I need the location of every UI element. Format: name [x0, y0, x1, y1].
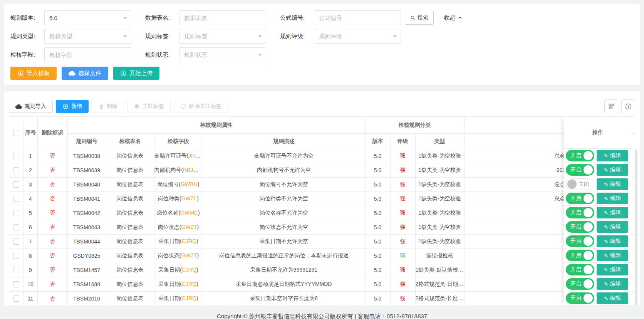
row-checkbox[interactable] [13, 167, 19, 173]
chevron-down-icon [123, 35, 127, 39]
rule-rating-select[interactable]: 规则评级 [314, 29, 401, 44]
edit-button[interactable]: ✎ 编辑 [597, 235, 628, 247]
add-button[interactable]: 新增 [56, 100, 89, 113]
row-checkbox[interactable] [13, 267, 19, 273]
row-checkbox-cell [9, 263, 23, 277]
row-checkbox-cell [9, 192, 23, 206]
formula-no-input[interactable] [314, 10, 401, 25]
delete-button[interactable]: 删除 [92, 100, 124, 113]
row-check-field: 岗位种类(GWZL) [154, 192, 203, 206]
row-checkbox[interactable] [13, 196, 19, 202]
toggle-knob [584, 251, 593, 260]
status-toggle[interactable]: 开启 [566, 292, 594, 304]
column-settings-button[interactable] [604, 99, 618, 113]
status-toggle[interactable]: 开启 [566, 207, 594, 218]
delete-label: 删除 [107, 103, 117, 110]
row-seq: 2 [23, 163, 37, 178]
col-header-del-flag: 删除标识 [37, 117, 67, 149]
col-header-rating: 评级 [390, 134, 415, 149]
row-del-flag: 否 [37, 220, 67, 235]
rule-import-button[interactable]: 规则导入 [9, 100, 53, 113]
status-toggle[interactable]: 开启 [566, 235, 594, 247]
link-tag-button[interactable]: 关联标签 [127, 100, 171, 113]
collapse-link[interactable]: 收起 [444, 14, 463, 22]
row-rule-no: TBSM0042 [67, 206, 106, 220]
search-icon [410, 15, 416, 20]
table-row: 2 否 TBSM0039 岗位信息表 内部机构号(NBJGH) 内部机构号不允许… [9, 163, 635, 178]
edit-button[interactable]: ✎ 编辑 [597, 178, 628, 190]
select-all-checkbox[interactable] [13, 130, 19, 136]
row-checkbox[interactable] [13, 181, 19, 188]
row-type: 1缺失类-为空校验 [415, 235, 464, 249]
row-seq: 6 [23, 220, 37, 235]
row-rule-desc: 采集日期必须满足日期格式YYYYMMDD [203, 277, 365, 292]
toggle-label: 开启 [570, 166, 581, 173]
field-code: CJRQ [182, 295, 196, 301]
data-table-input[interactable] [179, 10, 266, 25]
table-toolbar: 规则导入 新增 删除 关联标签 解除关联标签 [9, 99, 635, 113]
edit-label: 编辑 [610, 295, 621, 302]
hollow-circle-icon [180, 103, 186, 109]
operation-row: 开启 ✎ 编辑 [564, 163, 632, 177]
edit-button[interactable]: ✎ 编辑 [597, 221, 628, 233]
row-checkbox-cell [9, 206, 23, 220]
row-table-name: 岗位信息表 [106, 149, 154, 163]
status-toggle[interactable]: 开启 [566, 164, 594, 176]
chevron-up-icon [458, 15, 463, 20]
status-toggle[interactable]: 开启 [566, 193, 594, 204]
rule-type-select[interactable]: 检核类型 [44, 29, 131, 44]
row-checkbox[interactable] [13, 253, 19, 259]
select-all-header [9, 117, 23, 149]
edit-button[interactable]: ✎ 编辑 [597, 150, 628, 161]
table-row: 4 否 TBSM0041 岗位信息表 岗位种类(GWZL) 岗位种类不允许为空 … [9, 192, 635, 206]
edit-button[interactable]: ✎ 编辑 [597, 207, 628, 218]
search-button[interactable]: 搜索 [405, 11, 434, 25]
row-checkbox[interactable] [13, 238, 19, 245]
status-toggle[interactable]: 关闭 [566, 178, 594, 190]
edit-button[interactable]: ✎ 编辑 [597, 164, 628, 176]
form-item-rule-type: 规则类型: 检核类型 [10, 29, 138, 44]
row-rule-no: TBSM0043 [67, 220, 106, 235]
rule-status-select[interactable]: 规则状态 [179, 47, 266, 62]
row-checkbox[interactable] [13, 281, 19, 287]
edit-label: 编辑 [610, 223, 621, 230]
row-rating: 弱 [390, 249, 415, 263]
unlink-tag-button[interactable]: 解除关联标签 [174, 100, 228, 113]
rule-tag-select[interactable]: 规则标签 [179, 29, 266, 44]
upload-circle-icon [120, 70, 127, 77]
choose-file-button[interactable]: 选择文件 [62, 67, 108, 80]
info-button[interactable] [621, 99, 635, 113]
row-version: 5.0 [365, 277, 390, 292]
form-item-data-table: 数据表名: [145, 10, 272, 25]
rule-version-select[interactable]: 5.0 [44, 10, 131, 25]
row-seq: 11 [23, 292, 37, 306]
edit-button[interactable]: ✎ 编辑 [597, 250, 628, 261]
chevron-down-icon [393, 35, 397, 39]
status-toggle[interactable]: 开启 [566, 250, 594, 261]
edit-button[interactable]: ✎ 编辑 [597, 278, 628, 290]
collapse-label: 收起 [444, 14, 455, 22]
row-version: 5.0 [365, 163, 390, 178]
status-toggle[interactable]: 开启 [566, 264, 594, 275]
row-del-flag: 否 [37, 206, 67, 220]
status-toggle[interactable]: 开启 [566, 278, 594, 290]
toggle-label: 开启 [570, 295, 581, 302]
pencil-icon: ✎ [604, 181, 608, 187]
row-checkbox[interactable] [13, 295, 19, 302]
rule-status-placeholder: 规则状态 [184, 51, 207, 59]
row-checkbox[interactable] [13, 224, 19, 230]
status-toggle[interactable]: 开启 [566, 150, 594, 161]
start-upload-button[interactable]: 开始上传 [113, 67, 159, 80]
toggle-knob [584, 237, 593, 246]
edit-button[interactable]: ✎ 编辑 [597, 292, 628, 304]
check-field-input[interactable] [44, 47, 131, 62]
operation-row: 开启 ✎ 编辑 [564, 206, 632, 220]
edit-button[interactable]: ✎ 编辑 [597, 264, 628, 275]
edit-button[interactable]: ✎ 编辑 [597, 193, 628, 204]
row-table-name: 岗位信息表 [106, 249, 154, 263]
status-toggle[interactable]: 开启 [566, 221, 594, 233]
row-checkbox[interactable] [13, 210, 19, 216]
vertical-scrollbar[interactable] [635, 149, 637, 306]
import-template-button[interactable]: 导入模板 [10, 67, 57, 80]
row-checkbox[interactable] [13, 153, 19, 159]
